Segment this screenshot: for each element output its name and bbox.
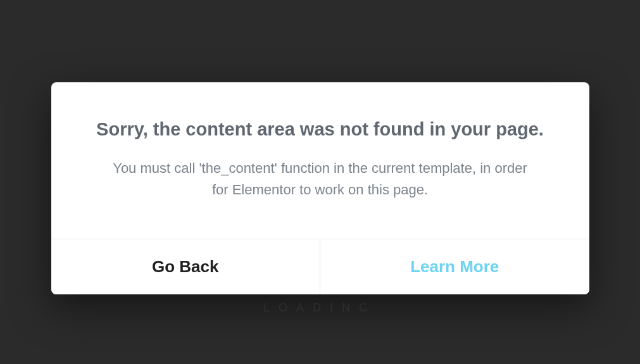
modal-body: Sorry, the content area was not found in… (51, 82, 589, 239)
error-modal: Sorry, the content area was not found in… (51, 82, 589, 295)
modal-message: You must call 'the_content' function in … (105, 158, 536, 201)
loading-indicator: LOADING (263, 301, 377, 315)
modal-title: Sorry, the content area was not found in… (83, 118, 558, 142)
learn-more-button[interactable]: Learn More (320, 239, 589, 294)
go-back-button[interactable]: Go Back (51, 239, 320, 294)
modal-actions: Go Back Learn More (51, 239, 589, 294)
